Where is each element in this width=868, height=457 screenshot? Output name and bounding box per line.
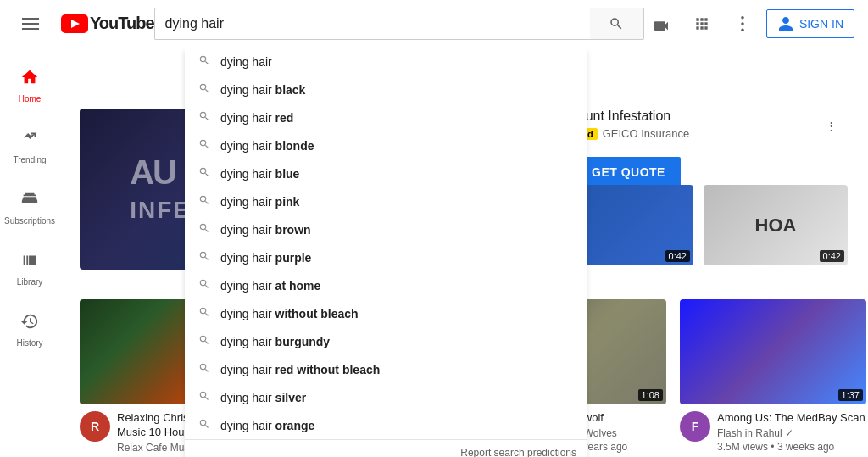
dropdown-text-9: dying hair without bleach bbox=[220, 307, 359, 320]
search-icon-sm bbox=[198, 362, 210, 376]
search-icon-sm bbox=[198, 250, 210, 265]
more-options-button[interactable] bbox=[726, 7, 760, 41]
ad-title: Aunt Infestation bbox=[576, 109, 689, 124]
search-icon-sm bbox=[198, 222, 210, 237]
avatar-0: R bbox=[80, 411, 110, 442]
svg-point-7 bbox=[741, 28, 744, 31]
side-thumb-2-img: HOA 0:42 bbox=[704, 185, 848, 265]
svg-point-5 bbox=[741, 16, 744, 20]
svg-point-6 bbox=[741, 22, 744, 25]
topbar: YouTube dying hair bbox=[0, 0, 868, 47]
video-card-3[interactable]: 1:37 F Among Us: The MedBay Scan Flash i… bbox=[680, 299, 866, 457]
library-icon bbox=[20, 251, 39, 274]
sidebar-subscriptions-label: Subscriptions bbox=[4, 216, 55, 226]
hamburger-menu-button[interactable] bbox=[14, 7, 47, 41]
trending-icon bbox=[20, 129, 39, 152]
side-thumb-1-duration: 0:42 bbox=[665, 250, 690, 262]
ad-more-button[interactable]: ⋮ bbox=[814, 109, 848, 142]
dropdown-item-13[interactable]: dying hair orange bbox=[185, 411, 587, 439]
dropdown-text-12: dying hair silver bbox=[220, 391, 306, 404]
dropdown-text-3: dying hair blonde bbox=[220, 139, 314, 153]
search-icon-sm bbox=[198, 334, 210, 348]
search-icon-sm bbox=[198, 54, 210, 69]
dropdown-footer: Report search predictions bbox=[185, 439, 587, 457]
ad-sponsor: GEICO Insurance bbox=[603, 127, 690, 140]
sidebar-item-library[interactable]: Library bbox=[0, 237, 59, 298]
side-thumb-2-duration: 0:42 bbox=[820, 250, 844, 262]
youtube-logo-icon bbox=[61, 14, 88, 33]
dropdown-text-11: dying hair red without bleach bbox=[220, 363, 380, 376]
subscriptions-icon bbox=[20, 190, 39, 213]
apps-icon bbox=[693, 15, 710, 32]
video-title-3: Among Us: The MedBay Scan bbox=[717, 411, 865, 426]
sidebar-item-subscriptions[interactable]: Subscriptions bbox=[0, 176, 59, 237]
dropdown-item-5[interactable]: dying hair pink bbox=[185, 187, 587, 215]
dropdown-item-4[interactable]: dying hair blue bbox=[185, 159, 587, 187]
dropdown-text-4: dying hair blue bbox=[220, 167, 299, 181]
svg-rect-1 bbox=[22, 23, 39, 25]
search-icon-sm bbox=[198, 82, 210, 97]
dropdown-text-7: dying hair purple bbox=[220, 251, 311, 265]
dropdown-item-2[interactable]: dying hair red bbox=[185, 103, 587, 131]
dropdown-text-5: dying hair pink bbox=[220, 195, 299, 209]
avatar-3: F bbox=[680, 411, 710, 442]
sidebar-trending-label: Trending bbox=[13, 155, 46, 164]
ad-cta-button[interactable]: GET QUOTE bbox=[576, 157, 681, 187]
dropdown-item-10[interactable]: dying hair burgundy bbox=[185, 327, 587, 355]
video-thumb-3: 1:37 bbox=[680, 299, 866, 404]
dropdown-item-0[interactable]: dying hair bbox=[185, 47, 587, 75]
dropdown-text-6: dying hair brown bbox=[220, 223, 311, 237]
dropdown-item-11[interactable]: dying hair red without bleach bbox=[185, 355, 587, 383]
search-form: dying hair bbox=[154, 8, 644, 40]
sidebar-item-history[interactable]: History bbox=[0, 298, 59, 359]
report-predictions-link[interactable]: Report search predictions bbox=[460, 447, 576, 457]
dropdown-text-8: dying hair at home bbox=[220, 279, 320, 293]
search-icon-sm bbox=[198, 390, 210, 404]
ad-card: Aunt Infestation Ad GEICO Insurance ⋮ GE… bbox=[576, 109, 848, 187]
topbar-left: YouTube bbox=[14, 7, 154, 41]
sign-in-button[interactable]: SIGN IN bbox=[766, 9, 854, 38]
search-button[interactable] bbox=[590, 8, 644, 40]
search-dropdown: dying hair dying hair black dying hair r… bbox=[185, 47, 587, 457]
youtube-logo[interactable]: YouTube bbox=[61, 14, 154, 33]
dropdown-text-10: dying hair burgundy bbox=[220, 335, 330, 348]
search-icon-sm bbox=[198, 278, 210, 293]
video-duration-2: 1:08 bbox=[638, 389, 663, 401]
sidebar-item-trending[interactable]: Trending bbox=[0, 115, 59, 176]
dropdown-text-2: dying hair red bbox=[220, 111, 293, 125]
search-icon bbox=[609, 16, 624, 31]
dropdown-item-9[interactable]: dying hair without bleach bbox=[185, 299, 587, 327]
sidebar-history-label: History bbox=[16, 338, 42, 348]
dropdown-text-0: dying hair bbox=[220, 55, 272, 69]
apps-grid-button[interactable] bbox=[685, 7, 719, 41]
sidebar-home-label: Home bbox=[19, 94, 42, 103]
dropdown-item-1[interactable]: dying hair black bbox=[185, 75, 587, 103]
svg-rect-2 bbox=[22, 28, 39, 30]
topbar-right: SIGN IN bbox=[644, 7, 854, 41]
video-create-button[interactable] bbox=[644, 7, 678, 41]
sidebar-item-home[interactable]: Home bbox=[0, 54, 59, 115]
search-icon-sm bbox=[198, 138, 210, 153]
side-thumbs: 0:42 HOA 0:42 bbox=[549, 185, 848, 265]
dropdown-item-6[interactable]: dying hair brown bbox=[185, 215, 587, 243]
search-area: dying hair bbox=[154, 8, 644, 40]
dropdown-text-13: dying hair orange bbox=[220, 419, 314, 432]
search-input[interactable]: dying hair bbox=[154, 8, 590, 40]
side-thumb-2[interactable]: HOA 0:42 bbox=[704, 185, 848, 265]
dropdown-item-12[interactable]: dying hair silver bbox=[185, 383, 587, 411]
ad-badge-row: Ad GEICO Insurance bbox=[576, 127, 689, 140]
video-meta-3: Among Us: The MedBay Scan Flash in Rahul… bbox=[717, 411, 865, 453]
dropdown-item-3[interactable]: dying hair blonde bbox=[185, 131, 587, 159]
sidebar: Home Trending Subscriptions Library Hist… bbox=[0, 47, 59, 457]
search-icon-sm bbox=[198, 166, 210, 181]
svg-rect-0 bbox=[22, 18, 39, 20]
more-vert-icon bbox=[741, 16, 744, 31]
dropdown-item-8[interactable]: dying hair at home bbox=[185, 271, 587, 299]
video-camera-icon bbox=[652, 17, 670, 31]
video-info-3: F Among Us: The MedBay Scan Flash in Rah… bbox=[680, 411, 866, 453]
sidebar-library-label: Library bbox=[17, 277, 43, 287]
search-icon-sm bbox=[198, 194, 210, 209]
video-channel-3: Flash in Rahul ✓ bbox=[717, 427, 865, 439]
dropdown-item-7[interactable]: dying hair purple bbox=[185, 243, 587, 271]
dropdown-text-1: dying hair black bbox=[220, 83, 305, 97]
